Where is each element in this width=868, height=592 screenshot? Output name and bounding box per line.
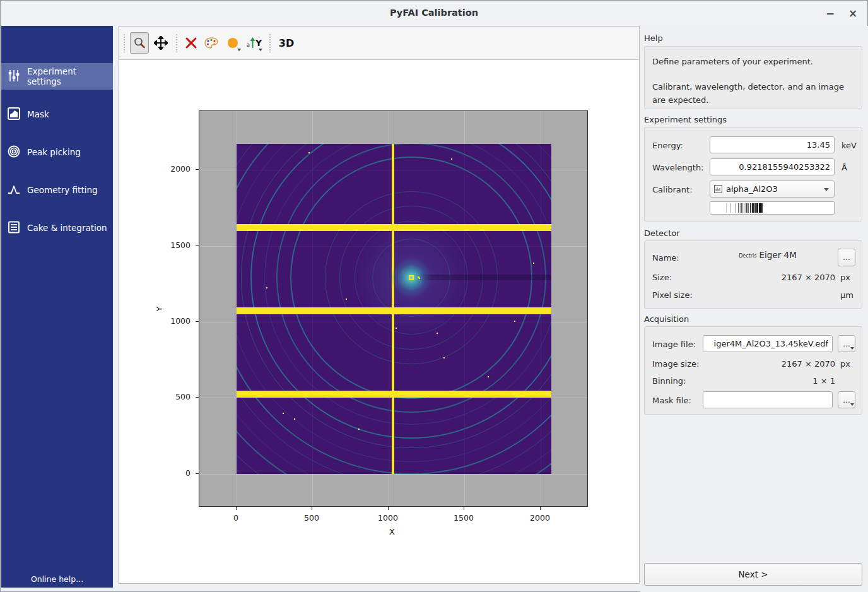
close-button[interactable]: ×	[845, 6, 861, 21]
toolbar-drag-handle[interactable]	[269, 33, 272, 52]
dropdown-caret-icon	[850, 403, 854, 406]
detector-browse-button[interactable]: ...	[838, 249, 855, 266]
experiment-settings-heading: Experiment settings	[644, 115, 727, 124]
calibrant-ring-line	[730, 203, 730, 213]
hot-pixel	[283, 413, 284, 414]
3d-label: 3D	[279, 37, 294, 49]
sidebar-item-experiment-settings[interactable]: Experiment settings	[1, 63, 113, 90]
calibrant-label: Calibrant:	[652, 185, 693, 194]
y-tick-label: 1000	[159, 316, 191, 326]
module-gap-line	[392, 144, 394, 474]
x-tick-label: 1500	[448, 513, 479, 523]
y-tick-label: 1500	[159, 240, 191, 250]
x-tick-label: 2000	[524, 513, 556, 523]
binning-value: 1 × 1	[701, 376, 835, 386]
online-help-link[interactable]: Online help...	[1, 574, 113, 584]
calibrant-ring-line	[740, 203, 741, 213]
help-line1: Define parameters of your experiment.	[652, 57, 813, 66]
hot-pixel	[513, 393, 514, 394]
pan-arrows-icon	[154, 36, 168, 50]
image-size-unit: px	[840, 359, 850, 369]
y-axis-label: Y	[155, 307, 164, 312]
x-tick-label: 1000	[372, 513, 404, 523]
colormap-button[interactable]	[202, 32, 221, 54]
mask-file-input[interactable]	[703, 391, 833, 408]
toolbar-drag-handle[interactable]	[123, 33, 126, 52]
window-title: PyFAI Calibration	[1, 8, 867, 18]
sidebar-item-cake-integration[interactable]: Cake & integration	[1, 215, 113, 241]
plot-toolbar: a Y 3D	[119, 27, 639, 60]
acquisition-heading: Acquisition	[644, 314, 689, 324]
plot-axes[interactable]	[199, 110, 588, 507]
autoscale-a-label: a	[247, 42, 250, 48]
calibrant-ring-line	[736, 203, 736, 213]
hot-pixel	[443, 357, 445, 358]
marker-style-button[interactable]	[223, 32, 242, 54]
calibrant-histogram-icon	[714, 185, 722, 193]
pixel-size-unit: µm	[840, 290, 853, 300]
detector-size-unit: px	[840, 273, 850, 282]
peak-picking-icon	[7, 145, 21, 160]
titlebar: PyFAI Calibration − ×	[1, 1, 867, 26]
hot-pixel	[514, 321, 515, 322]
sidebar-item-label: Mask	[27, 109, 49, 119]
calibrant-select[interactable]: alpha_Al2O3	[710, 181, 835, 198]
y-tick-label: 500	[159, 392, 191, 401]
acquisition-box: Image file: ... Image size: 2167 × 2070 …	[644, 326, 862, 415]
sidebar-item-label: Peak picking	[27, 147, 81, 157]
detector-box: Name: Dectris Eiger 4M ... Size: 2167 × …	[644, 240, 862, 309]
palette-icon	[204, 37, 219, 49]
calibrant-ring-line	[741, 203, 742, 213]
grid-line	[199, 474, 587, 475]
x-tick-mark	[236, 507, 237, 510]
autoscale-y-button[interactable]: a Y	[245, 32, 264, 54]
combo-arrow-icon	[824, 188, 829, 191]
green-up-arrow-icon	[250, 37, 255, 49]
x-tick-mark	[388, 507, 389, 510]
binning-label: Binning:	[652, 376, 686, 386]
sidebar-item-label: Geometry fitting	[27, 185, 98, 195]
sidebar: Online help... Experiment settingsMaskPe…	[1, 26, 113, 588]
detector-size-value: 2167 × 2070	[701, 273, 835, 282]
remove-item-button[interactable]	[182, 32, 201, 54]
calibrant-ring-line	[754, 203, 756, 213]
calibrant-ring-line	[752, 203, 754, 213]
image-file-input[interactable]	[703, 335, 833, 352]
x-tick-mark	[312, 507, 312, 510]
sidebar-item-peak-picking[interactable]: Peak picking	[1, 139, 113, 165]
image-file-browse-button[interactable]: ...	[838, 335, 855, 352]
help-box: Define parameters of your experiment. Ca…	[644, 46, 862, 109]
hot-pixel	[308, 152, 310, 153]
hot-pixel	[533, 263, 534, 264]
sidebar-item-mask[interactable]: Mask	[1, 101, 113, 127]
energy-input[interactable]	[710, 136, 835, 153]
detector-image[interactable]	[237, 144, 551, 474]
next-button[interactable]: Next >	[644, 563, 862, 586]
minimize-button[interactable]: −	[822, 6, 838, 21]
y-tick-mark	[196, 169, 199, 170]
hot-pixel	[266, 287, 267, 288]
view-3d-button[interactable]: 3D	[275, 32, 298, 54]
experiment-settings-box: Energy: keV Wavelength: Å Calibrant: alp…	[644, 127, 862, 222]
sidebar-item-geometry-fitting[interactable]: Geometry fitting	[1, 177, 113, 203]
orange-dot-icon	[227, 37, 238, 49]
calibrant-value: alpha_Al2O3	[726, 184, 778, 194]
mask-file-browse-button[interactable]: ...	[838, 391, 855, 408]
hot-pixel	[451, 158, 452, 160]
right-panel: Help Define parameters of your experimen…	[640, 26, 868, 592]
hot-pixel	[488, 376, 489, 377]
wavelength-unit: Å	[842, 163, 847, 172]
hot-pixel	[396, 328, 397, 329]
plot-panel: a Y 3D 05001000150020000500100015002000 …	[119, 26, 640, 584]
pan-tool-button[interactable]	[151, 32, 170, 54]
mask-file-label: Mask file:	[652, 396, 691, 405]
y-tick-label: 0	[159, 468, 191, 478]
toolbar-drag-handle[interactable]	[175, 33, 179, 52]
autoscale-y-label: Y	[255, 38, 262, 48]
browse-dots-label: ...	[843, 340, 850, 348]
sidebar-item-label: Experiment settings	[27, 66, 113, 86]
sidebar-item-label: Cake & integration	[27, 223, 107, 233]
wavelength-input[interactable]	[710, 158, 835, 175]
zoom-tool-button[interactable]	[130, 32, 149, 54]
help-heading: Help	[644, 33, 663, 43]
